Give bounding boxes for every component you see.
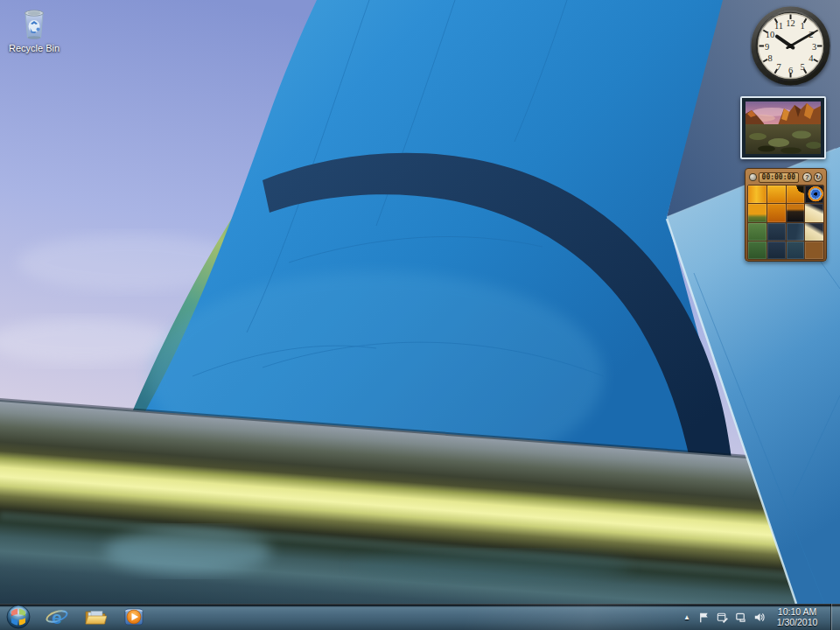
puzzle-tile[interactable] bbox=[767, 204, 786, 221]
puzzle-tile[interactable] bbox=[787, 186, 805, 203]
wallpaper-architecture bbox=[0, 0, 840, 604]
volume-icon[interactable] bbox=[752, 604, 766, 630]
puzzle-timer: 00:00:00 bbox=[759, 172, 800, 183]
folder-icon bbox=[84, 606, 107, 628]
puzzle-tile[interactable] bbox=[748, 223, 766, 241]
svg-text:e: e bbox=[52, 607, 62, 627]
svg-text:7: 7 bbox=[776, 62, 780, 72]
desktop-area[interactable]: Recycle Bin bbox=[0, 0, 840, 604]
start-button[interactable] bbox=[6, 605, 31, 629]
svg-text:9: 9 bbox=[765, 42, 769, 52]
puzzle-tile[interactable] bbox=[767, 223, 786, 241]
show-hidden-icons-button[interactable]: ▲ bbox=[681, 613, 693, 621]
windows-7-desktop: Recycle Bin bbox=[0, 0, 840, 630]
puzzle-tile[interactable] bbox=[787, 223, 805, 241]
recycle-bin-label: Recycle Bin bbox=[5, 43, 63, 53]
puzzle-tile[interactable] bbox=[787, 242, 805, 259]
puzzle-tile[interactable] bbox=[748, 204, 766, 221]
puzzle-tile[interactable] bbox=[787, 204, 805, 221]
taskbar-date: 1/30/2010 bbox=[772, 617, 822, 627]
puzzle-tile[interactable] bbox=[767, 242, 786, 259]
puzzle-timer-icon bbox=[749, 173, 757, 181]
recycle-bin-shortcut[interactable]: Recycle Bin bbox=[5, 5, 63, 53]
start-orb-icon bbox=[6, 605, 31, 629]
slideshow-photo bbox=[746, 102, 821, 154]
action-center-flag-icon[interactable] bbox=[696, 604, 711, 630]
puzzle-help-button[interactable]: ? bbox=[802, 172, 811, 182]
internet-explorer-button[interactable]: e bbox=[45, 605, 69, 629]
puzzle-tile[interactable] bbox=[748, 242, 766, 259]
svg-text:1: 1 bbox=[800, 21, 804, 31]
svg-text:10: 10 bbox=[766, 30, 775, 39]
svg-text:4: 4 bbox=[808, 53, 814, 63]
recycle-bin-icon bbox=[18, 5, 50, 42]
puzzle-empty-slot bbox=[805, 242, 823, 259]
puzzle-shuffle-button[interactable]: ↻ bbox=[814, 172, 822, 182]
svg-text:12: 12 bbox=[786, 18, 795, 28]
problem-reports-icon[interactable] bbox=[715, 604, 730, 630]
svg-text:8: 8 bbox=[767, 53, 772, 63]
clock-gadget[interactable]: 12 1 2 3 4 5 6 7 8 9 10 11 bbox=[750, 5, 831, 87]
taskbar-clock[interactable]: 10:10 AM 1/30/2010 bbox=[770, 606, 824, 627]
puzzle-tile[interactable] bbox=[805, 186, 823, 203]
taskbar: e bbox=[0, 604, 840, 630]
puzzle-grid bbox=[747, 185, 824, 260]
slideshow-gadget[interactable] bbox=[740, 96, 826, 159]
svg-text:3: 3 bbox=[812, 42, 816, 52]
puzzle-tile[interactable] bbox=[767, 186, 786, 203]
svg-text:11: 11 bbox=[774, 21, 783, 31]
picture-puzzle-gadget[interactable]: 00:00:00 ? ↻ bbox=[745, 168, 827, 262]
internet-explorer-icon: e bbox=[46, 606, 68, 628]
media-player-icon bbox=[122, 606, 145, 628]
windows-explorer-button[interactable] bbox=[83, 605, 108, 629]
svg-text:5: 5 bbox=[800, 62, 804, 72]
taskbar-time: 10:10 AM bbox=[772, 606, 822, 617]
system-tray: ▲ bbox=[681, 604, 840, 630]
puzzle-tile[interactable] bbox=[805, 204, 823, 221]
windows-media-player-button[interactable] bbox=[122, 605, 146, 629]
puzzle-tile[interactable] bbox=[805, 223, 823, 241]
puzzle-toolbar: 00:00:00 ? ↻ bbox=[747, 171, 824, 184]
puzzle-tile[interactable] bbox=[748, 186, 766, 203]
network-icon[interactable] bbox=[733, 604, 748, 630]
show-desktop-button[interactable] bbox=[830, 604, 840, 630]
svg-text:6: 6 bbox=[788, 66, 793, 75]
